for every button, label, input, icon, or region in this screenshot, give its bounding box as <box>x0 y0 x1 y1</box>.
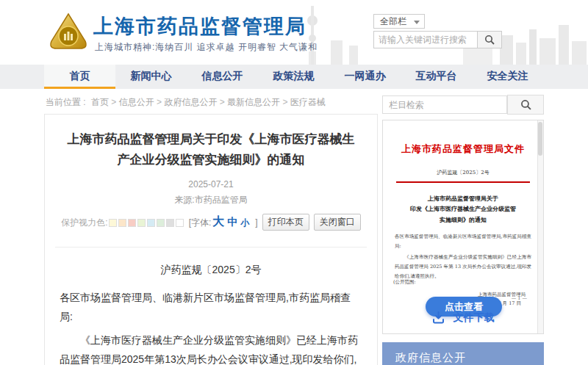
eye-color-swatch[interactable] <box>118 219 126 227</box>
nav-item-safety[interactable]: 安全关注 <box>472 65 543 89</box>
page: 上海市药品监督管理局 上海城市精神:海纳百川 追求卓越 开明睿智 大气谦和 全部… <box>0 0 588 365</box>
print-page-button[interactable]: 打印本页 <box>262 214 309 231</box>
font-size-small-button[interactable]: 小 <box>240 217 249 228</box>
preview-red-header: 上海市药品监督管理局文件 <box>383 142 543 156</box>
preview-page-number: — 1 — <box>512 295 527 301</box>
eye-color-swatch[interactable] <box>109 219 117 227</box>
eye-color-swatch[interactable] <box>128 219 136 227</box>
preview-scrollbar[interactable] <box>537 120 543 333</box>
eye-color-swatch[interactable] <box>157 219 165 227</box>
site-search-input[interactable] <box>373 31 478 48</box>
sidebar-search-button[interactable] <box>507 95 544 115</box>
search-category-select[interactable]: 全部栏目 <box>373 14 425 29</box>
article-title: 上海市药品监督管理局关于印发《上海市医疗器械生产企业分级监管实施细则》的通知 <box>65 129 356 170</box>
site-search-button[interactable] <box>478 31 502 48</box>
preview-body-paragraph: 各区市场监督管理局、临港新片区市场监督管理局,市药监局稽查局: <box>395 232 531 251</box>
font-size-label-close: ] <box>255 217 257 228</box>
chevron-down-icon <box>414 21 420 24</box>
eye-color-swatch[interactable] <box>166 219 174 227</box>
file-download-link[interactable]: 文件下载 <box>383 311 543 325</box>
nav-item-interaction[interactable]: 互动平台 <box>401 65 472 89</box>
breadcrumb: 当前位置 : 首页信息公开政府信息公开最新信息公开医疗器械 <box>46 96 326 109</box>
font-size-label-open: [字体: <box>189 217 212 228</box>
breadcrumb-prefix: 当前位置 : <box>46 97 86 107</box>
search-icon <box>484 35 495 45</box>
preview-scrollbar-thumb[interactable] <box>538 122 542 156</box>
nav-item-policies[interactable]: 政策法规 <box>258 65 329 89</box>
document-paragraph: 《上海市医疗器械生产企业分级监管实施细则》已经上海市药品监督管理局2025年第1… <box>60 331 362 365</box>
preview-body-paragraph: 《上海市医疗器械生产企业分级监管实施细则》已经上海市药品监督管理局 2025 年… <box>395 253 531 281</box>
close-window-button[interactable]: 关闭窗口 <box>314 214 361 231</box>
main-nav: 首页 新闻中心 信息公开 政策法规 一网通办 互动平台 安全关注 <box>0 65 588 89</box>
file-download-label: 文件下载 <box>453 311 494 323</box>
preview-doc-number: 沪药监规〔2025〕2号 <box>383 169 543 176</box>
breadcrumb-latest-info[interactable]: 最新信息公开 <box>217 97 280 107</box>
search-icon <box>520 99 531 110</box>
preview-page: 上海市药品监督管理局文件 沪药监规〔2025〕2号 上海市药品监督管理局关于 印… <box>383 142 543 307</box>
breadcrumb-medical-devices[interactable]: 医疗器械 <box>280 97 326 107</box>
site-header: 上海市药品监督管理局 上海城市精神:海纳百川 追求卓越 开明睿智 大气谦和 全部… <box>0 0 588 65</box>
agency-logo <box>49 12 88 53</box>
download-icon <box>432 311 445 324</box>
breadcrumb-gov-info[interactable]: 政府信息公开 <box>154 97 218 107</box>
article-separator <box>55 247 367 247</box>
eye-color-swatch[interactable] <box>147 219 155 227</box>
eye-color-swatch[interactable] <box>176 219 184 227</box>
nav-item-info-disclosure[interactable]: 信息公开 <box>187 65 258 89</box>
site-title: 上海市药品监督管理局 <box>93 13 306 40</box>
site-slogan: 上海城市精神:海纳百川 追求卓越 开明睿智 大气谦和 <box>95 41 318 54</box>
document-paragraph: 各区市场监督管理局、临港新片区市场监督管理局,市药监局稽查局: <box>60 289 362 327</box>
eye-color-swatch[interactable] <box>137 219 146 227</box>
preview-scope-note: (公开范围: <box>393 279 416 286</box>
article-toolbar: 保护视力色:[字体:大中小]打印本页关闭窗口 <box>45 214 377 231</box>
breadcrumb-info-disclosure[interactable]: 信息公开 <box>109 97 154 107</box>
gov-info-banner[interactable]: 政府信息公开 <box>382 342 544 365</box>
font-size-medium-button[interactable]: 中 <box>227 216 237 228</box>
nav-item-online-services[interactable]: 一网通办 <box>329 65 401 89</box>
sidebar-search-input[interactable] <box>382 95 507 114</box>
document-preview: 上海市药品监督管理局文件 沪药监规〔2025〕2号 上海市药品监督管理局关于 印… <box>382 120 544 334</box>
font-size-large-button[interactable]: 大 <box>212 215 224 228</box>
gov-info-banner-label: 政府信息公开 <box>395 351 466 364</box>
document-number: 沪药监规〔2025〕2号 <box>45 264 377 277</box>
article-date: 2025-07-21 <box>45 179 377 189</box>
eye-protect-label: 保护视力色: <box>61 217 107 228</box>
article-source: 来源:市药品监管局 <box>45 194 377 206</box>
nav-item-news[interactable]: 新闻中心 <box>115 65 187 89</box>
article-panel: 上海市药品监督管理局关于印发《上海市医疗器械生产企业分级监管实施细则》的通知 2… <box>44 114 378 365</box>
preview-title: 上海市药品监督管理局关于 印发《上海市医疗器械生产企业分级监管 实施细则》的通知 <box>383 193 543 225</box>
preview-red-divider <box>396 181 530 183</box>
nav-item-home[interactable]: 首页 <box>44 65 115 89</box>
breadcrumb-home[interactable]: 首页 <box>91 97 109 107</box>
